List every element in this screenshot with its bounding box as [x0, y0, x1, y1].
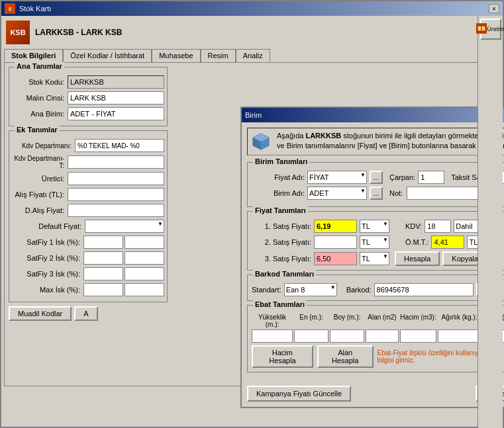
- max-isk-label: Max İsk (%):: [12, 286, 83, 294]
- kdv-label: KDV:: [405, 222, 422, 230]
- barkod-tanimlari-content: Standart: Ean 8 Ean 13 Barkod:: [252, 283, 504, 296]
- ebat-tanimlari-content: Yükseklik (m.): En (m.): Boy (m.): Alan …: [252, 314, 504, 368]
- default-fiyat-row: Default Fiyat:: [12, 220, 164, 233]
- kdv-dept-t-input[interactable]: [68, 155, 164, 169]
- window-close-button[interactable]: ×: [489, 4, 499, 13]
- hacim-input[interactable]: [400, 329, 436, 343]
- agirlik-input[interactable]: [438, 329, 481, 343]
- birim-tanimlari-content: Fiyat Adı: FİYAT ... Çarpan:: [252, 171, 504, 200]
- malin-cinsi-row: Malın Cinsi:: [12, 91, 164, 105]
- alan-input[interactable]: [366, 329, 399, 343]
- yukseklik-input[interactable]: [252, 329, 293, 343]
- satis3-input[interactable]: [314, 252, 357, 265]
- modal-body: Aşağıda LARKKSB stoğunun birimi ile ilgi…: [242, 122, 504, 382]
- fiyat-tanimlari-content: 1. Satış Fiyatı: TL KDV:: [252, 220, 504, 266]
- modal-footer: Kampanya Fiyatı Güncelle Tamam İptal: [242, 382, 504, 407]
- uretim-button[interactable]: Üretim: [480, 19, 501, 40]
- birim-adi-select-wrapper: ADET: [307, 187, 367, 200]
- kdv-dept-row: Kdv Departmanı:: [12, 139, 164, 152]
- uretici-row: Üretici:: [12, 172, 164, 185]
- satis2-input[interactable]: [314, 235, 357, 249]
- malin-cinsi-input[interactable]: [68, 91, 164, 105]
- fiyat-tanimlari-section: Fiyat Tanımları 1. Satış Fiyatı: TL: [247, 211, 504, 271]
- max-isk-input2[interactable]: [125, 283, 164, 296]
- satfiy2-label: SatFiy 2 İsk (%):: [12, 254, 83, 262]
- dalis-fiyat-input[interactable]: [68, 204, 164, 217]
- satfiy1-input[interactable]: [83, 235, 123, 249]
- satfiy2-input2[interactable]: [125, 251, 164, 265]
- app-icon: KSB: [6, 21, 30, 44]
- window-icon: S: [5, 3, 15, 14]
- birim-adi-select[interactable]: ADET: [307, 187, 367, 200]
- header-title: LARKKSB - LARK KSB: [35, 28, 122, 37]
- right-area: Birim ×: [168, 67, 499, 382]
- ebat-col-yukseklik: Yükseklik (m.):: [252, 314, 293, 328]
- hesapla-button[interactable]: Hesapla: [395, 251, 440, 266]
- kdv-input[interactable]: [425, 220, 451, 233]
- alis-fiyati-input[interactable]: [68, 188, 164, 201]
- fiyat-adi-label: Fiyat Adı:: [252, 173, 305, 181]
- alis-fiyati-label: Alış Fiyatı (TL):: [12, 191, 68, 198]
- header: KSB LARKKSB - LARK KSB: [4, 19, 500, 46]
- main-tabs: Stok Bilgileri Özel Kodlar / İstihbarat …: [4, 49, 500, 62]
- alan-hesapla-button[interactable]: Alan Hesapla: [317, 345, 374, 368]
- ebat-tanimlari-title: Ebat Tanımları: [253, 300, 307, 308]
- satfiy3-input[interactable]: [83, 267, 123, 280]
- satis2-label: 2. Satış Fiyatı:: [252, 238, 311, 246]
- birim-adi-row: Birim Adı: ADET ... Not:: [252, 187, 504, 200]
- standart-select[interactable]: Ean 8 Ean 13: [284, 283, 337, 296]
- carpan-input[interactable]: [418, 171, 444, 184]
- uretici-input[interactable]: [68, 172, 164, 185]
- stok-kodu-row: Stok Kodu:: [12, 75, 164, 89]
- satis1-label: 1. Satış Fiyatı:: [252, 222, 311, 230]
- ek-tanimlar-group: Ek Tanımlar Kdv Departmanı: Kdv Departma…: [9, 130, 168, 302]
- satis1-input[interactable]: [314, 220, 357, 233]
- barkod-tanimlari-title: Barkod Tanımları: [253, 270, 316, 278]
- boy-input[interactable]: [330, 329, 364, 343]
- birim-adi-label: Birim Adı:: [252, 189, 305, 197]
- kdv-dept-t-label: Kdv Departmanı-T:: [12, 155, 68, 169]
- barkod-input[interactable]: [374, 283, 474, 296]
- ana-birim-input[interactable]: [68, 107, 164, 120]
- satis2-omt-row: 2. Satış Fiyatı: TL Ö.M.T.:: [252, 235, 504, 249]
- satfiy1-row: SatFiy 1 İsk (%):: [12, 235, 164, 249]
- fiyat-adi-browse-button[interactable]: ...: [370, 171, 383, 184]
- tab-ozel-kodlar[interactable]: Özel Kodlar / İstihbarat: [63, 49, 152, 62]
- hacim-hesapla-button[interactable]: Hacim Hesapla: [252, 345, 313, 368]
- default-fiyat-select[interactable]: [85, 220, 164, 233]
- fiyat-adi-select-wrapper: FİYAT: [307, 171, 367, 184]
- not-select[interactable]: [407, 187, 486, 200]
- satis1-currency-select[interactable]: TL: [360, 220, 389, 233]
- fiyat-adi-select[interactable]: FİYAT: [307, 171, 367, 184]
- malin-cinsi-label: Malın Cinsi:: [12, 94, 68, 102]
- satfiy3-input2[interactable]: [125, 267, 164, 280]
- satfiy2-input[interactable]: [83, 251, 123, 265]
- satis2-currency-select[interactable]: TL: [360, 235, 389, 249]
- fiyat-adi-row: Fiyat Adı: FİYAT ... Çarpan:: [252, 171, 504, 184]
- info-box: Aşağıda LARKKSB stoğunun birimi ile ilgi…: [247, 128, 504, 155]
- max-isk-input[interactable]: [83, 283, 123, 296]
- en-input[interactable]: [294, 329, 328, 343]
- ebat-buttons-row: Hacim Hesapla Alan Hesapla Ebat-Fiyat il…: [252, 345, 504, 368]
- kdv-dept-input[interactable]: [75, 139, 164, 152]
- muadil-kodlar-button[interactable]: Muadil Kodlar: [9, 306, 72, 321]
- satfiy2-row: SatFiy 2 İsk (%):: [12, 251, 164, 265]
- tab-stok-bilgileri[interactable]: Stok Bilgileri: [4, 49, 63, 62]
- left-bottom-buttons: Muadil Kodlar A: [9, 306, 168, 321]
- tab-analiz[interactable]: Analiz: [236, 49, 270, 62]
- satfiy1-input2[interactable]: [125, 235, 164, 249]
- birim-adi-browse-button[interactable]: ...: [370, 187, 383, 200]
- omt-label: Ö.M.T.:: [405, 238, 428, 246]
- kampanya-button[interactable]: Kampanya Fiyatı Güncelle: [247, 386, 351, 402]
- ebat-inputs-row: [252, 329, 504, 343]
- barkod-label: Barkod:: [346, 286, 372, 294]
- satis3-row: 3. Satış Fiyatı: TL Hesapla Kopyala: [252, 251, 504, 266]
- tab-muhasebe[interactable]: Muhasebe: [152, 49, 200, 62]
- satis3-currency-select[interactable]: TL: [360, 252, 389, 265]
- carpan-label: Çarpan:: [389, 173, 415, 181]
- left-extra-button[interactable]: A: [74, 306, 97, 321]
- stok-kodu-input[interactable]: [68, 75, 164, 89]
- tab-resim[interactable]: Resim: [201, 49, 236, 62]
- ebat-col-boy: Boy (m.):: [330, 314, 364, 328]
- omt-input[interactable]: [431, 235, 464, 249]
